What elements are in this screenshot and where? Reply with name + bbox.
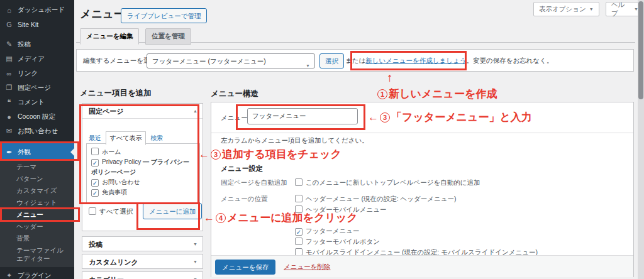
annotation-text: 新しいメニューを作成	[389, 88, 497, 100]
submenu-item-themes[interactable]: テーマ	[0, 161, 74, 173]
position-header-menu[interactable]: ヘッダーメニュー (現在の設定: ヘッダーメニュー)	[295, 194, 538, 204]
categories-accordion-header[interactable]: カテゴリー▼	[82, 272, 203, 279]
auto-add-text: このメニューに新しいトップレベルページを自動的に追加	[306, 178, 480, 186]
posts-accordion: 投稿▼	[82, 236, 203, 251]
position-checkbox[interactable]	[295, 195, 303, 202]
scrollbar-track	[638, 0, 644, 279]
add-to-menu-button[interactable]: メニューに追加	[143, 203, 202, 219]
page-item-disclaimer[interactable]: ✓免責事項	[91, 187, 195, 197]
submenu-item-patterns[interactable]: パターン	[0, 173, 74, 185]
comments-icon: ❝	[5, 98, 13, 106]
checkbox[interactable]	[91, 148, 99, 155]
position-checkbox[interactable]	[295, 238, 303, 245]
auto-add-option: このメニューに新しいトップレベルページを自動的に追加	[295, 177, 480, 188]
select-all-row[interactable]: すべて選択	[89, 207, 133, 215]
posts-accordion-header[interactable]: 投稿▼	[82, 237, 203, 252]
sidebar-item-label: プラグイン	[18, 271, 52, 279]
scrollbar-thumb[interactable]	[638, 1, 643, 99]
position-footer-menu[interactable]: ✓フッターメニュー	[295, 226, 538, 236]
media-icon: ▤	[5, 55, 13, 63]
submenu-item-theme-file-editor[interactable]: テーマファイルエディター	[0, 244, 74, 265]
delete-menu-link[interactable]: メニューを削除	[284, 263, 330, 271]
dashboard-icon: ⌂	[5, 6, 13, 14]
auto-add-checkbox[interactable]	[295, 178, 303, 186]
submenu-item-widgets[interactable]: ウィジェット	[0, 197, 74, 209]
checkbox[interactable]: ✓	[91, 159, 99, 167]
menu-structure-panel: メニュー名 左カラムからメニュー項目を追加してください。 メニュー設定 固定ペー…	[211, 102, 634, 277]
accordion-title: カスタムリンク	[89, 258, 138, 266]
annotation-text: 「フッターメニュー」と入力	[391, 111, 532, 123]
sidebar-item-plugins[interactable]: ✦プラグイン	[0, 268, 74, 279]
pages-accordion-title: 固定ページ	[89, 107, 124, 115]
selected-menu-option: フッターメニュー (フッターメニュー)	[152, 57, 266, 65]
position-label: フッターモバイルボタン	[306, 238, 380, 245]
sidebar-item-contact[interactable]: ✉お問い合わせ	[0, 124, 74, 138]
annotation-create-new-menu: 1新しいメニューを作成	[376, 87, 497, 101]
sidebar-item-comments[interactable]: ❝コメント	[0, 95, 74, 109]
tab-edit-menus[interactable]: メニューを編集	[80, 28, 139, 45]
save-menu-button[interactable]: メニューを保存	[215, 260, 275, 275]
select-all-checkbox[interactable]	[89, 207, 96, 215]
auto-add-checkbox-row[interactable]: このメニューに新しいトップレベルページを自動的に追加	[295, 177, 480, 188]
position-footer-mobile-button[interactable]: フッターモバイルボタン	[295, 236, 538, 247]
annotation-number: 1	[377, 89, 387, 99]
menu-position-options: ヘッダーメニュー (現在の設定: ヘッダーメニュー) ヘッダーモバイルメニュー …	[295, 194, 538, 258]
page-item-privacy-policy[interactable]: ✓Privacy Policy — プライバシーポリシーページ	[91, 157, 195, 177]
checkbox[interactable]: ✓	[91, 179, 99, 187]
sidebar-item-label: お問い合わせ	[18, 127, 58, 136]
sidebar-item-label: Cocoon 設定	[18, 112, 55, 121]
sidebar-item-cocoon-settings[interactable]: ●Cocoon 設定	[0, 109, 74, 124]
sitekit-icon: G	[5, 21, 13, 28]
menu-select-bar: 編集するメニューを選択: フッターメニュー (フッターメニュー) ▼ 選択 また…	[76, 49, 634, 72]
custom-links-accordion-header[interactable]: カスタムリンク▼	[82, 254, 203, 270]
select-button[interactable]: 選択	[319, 53, 344, 68]
submenu-item-background[interactable]: 背景	[0, 232, 74, 244]
tab-view-all[interactable]: すべて表示	[106, 131, 147, 145]
page-item-home[interactable]: ホーム	[91, 147, 195, 157]
cocoon-icon: ●	[5, 113, 13, 121]
page-title: メニュー	[80, 6, 125, 21]
menu-name-input[interactable]	[247, 108, 358, 124]
page-item-label: ホーム	[102, 148, 121, 155]
menu-select-dropdown[interactable]: フッターメニュー (フッターメニュー) ▼	[147, 53, 315, 68]
tab-search[interactable]: 検索	[150, 134, 163, 141]
position-checkbox[interactable]: ✓	[295, 228, 303, 236]
menu-position-label: メニューの位置	[221, 195, 267, 204]
tab-manage-locations[interactable]: 位置を管理	[145, 28, 191, 45]
nav-tabs: メニューを編集 位置を管理	[76, 28, 194, 45]
position-label: ヘッダーメニュー (現在の設定: ヘッダーメニュー)	[306, 195, 456, 202]
annotation-up-arrow: ↑	[387, 71, 393, 85]
page-item-label: 免責事項	[102, 189, 127, 195]
pages-icon: ❐	[5, 84, 13, 92]
auto-add-label: 固定ページを自動追加	[221, 178, 287, 187]
plugins-icon: ✦	[5, 271, 13, 279]
sidebar-item-label: ダッシュボード	[18, 6, 65, 14]
submenu-item-customize[interactable]: カスタマイズ	[0, 185, 74, 197]
create-new-menu-link[interactable]: 新しいメニューを作成しましょう	[365, 57, 466, 64]
appearance-icon: ✒	[5, 148, 13, 156]
checkbox[interactable]: ✓	[91, 189, 99, 197]
live-preview-button[interactable]: ライブプレビューで管理	[121, 8, 207, 23]
sidebar-item-dashboard[interactable]: ⌂ダッシュボード	[0, 3, 74, 17]
tab-most-recent[interactable]: 最近	[89, 134, 101, 141]
pages-accordion-header[interactable]: 固定ページ ▲	[82, 104, 203, 119]
help-label: ヘルプ	[611, 1, 631, 18]
sidebar-item-appearance[interactable]: ✒ 外観	[0, 143, 74, 161]
sidebar-item-pages[interactable]: ❐固定ページ	[0, 80, 74, 95]
sidebar-item-links[interactable]: ∞リンク	[0, 66, 74, 80]
text-boxed-prefix: は	[359, 57, 366, 64]
menu-settings-heading: メニュー設定	[221, 164, 263, 173]
left-arrow-icon: ←	[368, 111, 379, 123]
sidebar-item-posts[interactable]: ✎投稿	[0, 37, 74, 52]
screen-options-button[interactable]: 表示オプション ▼	[533, 2, 599, 16]
add-menu-items-heading: メニュー項目を追加	[80, 88, 152, 99]
create-menu-text: または新しいメニューを作成しましょう。変更の保存をお忘れなく。	[345, 57, 553, 65]
sidebar-separator	[0, 31, 74, 37]
submenu-item-header[interactable]: ヘッダー	[0, 221, 74, 232]
submenu-item-menus[interactable]: メニュー	[0, 209, 74, 221]
sidebar-item-sitekit[interactable]: GSite Kit	[0, 17, 74, 31]
annotation-number: 3	[380, 112, 390, 123]
page-item-contact[interactable]: ✓お問い合わせ	[91, 177, 195, 187]
text-before-link: また	[345, 57, 359, 64]
sidebar-item-media[interactable]: ▤メディア	[0, 52, 74, 66]
